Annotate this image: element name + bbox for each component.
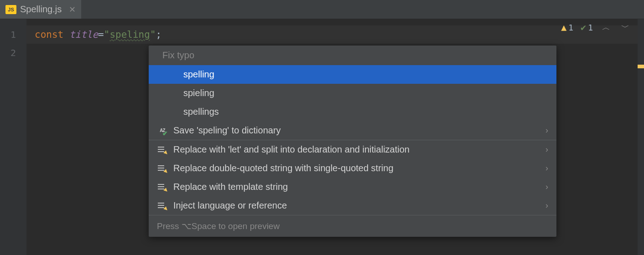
warning-count: 1: [568, 23, 573, 32]
string-quote: ": [150, 29, 156, 40]
ok-badge[interactable]: ✔ 1: [581, 22, 593, 33]
save-to-dictionary[interactable]: AZ✔ Save 'speling' to dictionary ›: [149, 121, 556, 140]
error-stripe: [638, 19, 644, 255]
action-label: Save 'speling' to dictionary: [173, 125, 540, 136]
chevron-right-icon: ›: [545, 145, 548, 154]
suggestion-label: spellings: [183, 107, 548, 117]
keyword-const: const: [35, 29, 63, 40]
intention-item[interactable]: Replace double-quoted string with single…: [149, 159, 556, 178]
tab-bar: JS Spelling.js ✕: [0, 0, 644, 19]
warning-icon: ▲: [561, 22, 566, 33]
intention-icon: [157, 183, 168, 191]
chevron-right-icon: ›: [545, 201, 548, 210]
semicolon: ;: [156, 29, 162, 40]
action-label: Inject language or reference: [173, 200, 540, 211]
intention-item[interactable]: Replace with 'let' and split into declar…: [149, 140, 556, 159]
line-number: 1: [0, 26, 26, 44]
prev-highlight-icon[interactable]: ︿: [600, 22, 612, 33]
dictionary-icon: AZ✔: [157, 128, 168, 133]
intention-popup: Fix typo spelling spieling spellings AZ✔…: [149, 46, 556, 237]
suggestion-label: spelling: [183, 69, 548, 80]
js-file-icon: JS: [5, 5, 16, 14]
popup-footer-hint: Press ⌥Space to open preview: [149, 215, 556, 237]
intention-icon: [157, 146, 168, 154]
intention-icon: [157, 202, 168, 210]
chevron-right-icon: ›: [545, 182, 548, 192]
intention-item[interactable]: Inject language or reference ›: [149, 196, 556, 215]
suggestion-item[interactable]: spellings: [149, 102, 556, 121]
code-line: const title = " speling " ;: [26, 26, 638, 44]
ok-count: 1: [588, 23, 593, 32]
operator-equals: =: [98, 29, 104, 40]
gutter: 1 2: [0, 19, 26, 255]
close-icon[interactable]: ✕: [69, 5, 76, 15]
warning-marker[interactable]: [638, 65, 644, 68]
file-tab[interactable]: JS Spelling.js ✕: [0, 0, 81, 19]
suggestion-label: spieling: [183, 88, 548, 98]
tab-filename: Spelling.js: [20, 4, 62, 15]
intention-item[interactable]: Replace with template string ›: [149, 178, 556, 196]
intention-icon: [157, 164, 168, 173]
action-label: Replace double-quoted string with single…: [173, 163, 540, 173]
chevron-right-icon: ›: [545, 126, 548, 135]
suggestion-item[interactable]: spieling: [149, 84, 556, 102]
variable-name: title: [69, 29, 98, 40]
next-highlight-icon[interactable]: ﹀: [619, 22, 631, 33]
check-icon: ✔: [581, 22, 586, 33]
action-label: Replace with template string: [173, 182, 540, 192]
string-typo: speling: [109, 29, 150, 40]
action-label: Replace with 'let' and split into declar…: [173, 144, 540, 155]
suggestion-item[interactable]: spelling: [149, 65, 556, 84]
chevron-right-icon: ›: [545, 163, 548, 173]
inspection-widget[interactable]: ▲ 1 ✔ 1 ︿ ﹀: [561, 22, 631, 33]
string-quote: ": [104, 29, 110, 40]
line-number: 2: [0, 44, 26, 62]
popup-header: Fix typo: [149, 46, 556, 65]
warnings-badge[interactable]: ▲ 1: [561, 22, 573, 33]
